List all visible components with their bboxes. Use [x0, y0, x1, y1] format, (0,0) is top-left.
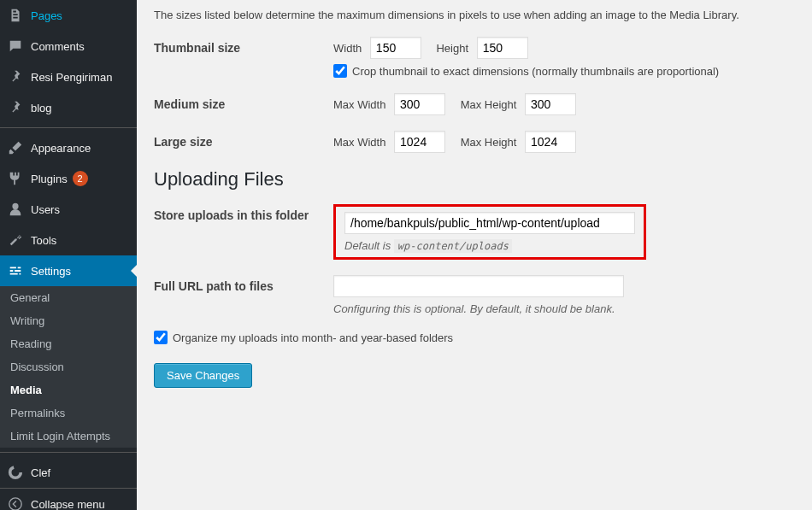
url-path-help: Configuring this is optional. By default… [333, 302, 795, 315]
upload-path-input[interactable] [344, 212, 635, 234]
height-label: Height [436, 42, 468, 55]
menu-separator [0, 452, 137, 453]
sidebar-item-label: Users [31, 203, 60, 216]
thumbnail-size-row: Thumbnail size Width Height Crop thumbna… [154, 37, 795, 78]
plug-icon [7, 170, 24, 187]
large-maxheight-input[interactable] [525, 131, 576, 153]
store-label: Store uploads in this folder [154, 204, 333, 222]
store-uploads-row: Store uploads in this folder Default is … [154, 204, 795, 260]
medium-maxheight-input[interactable] [525, 93, 576, 115]
sidebar-item-comments[interactable]: Comments [0, 31, 137, 62]
save-changes-button[interactable]: Save Changes [154, 363, 252, 388]
organize-row: Organize my uploads into month- and year… [154, 331, 795, 344]
url-path-row: Full URL path to files Configuring this … [154, 275, 795, 315]
sidebar-item-label: Plugins [31, 173, 68, 185]
main-content: The sizes listed below determine the max… [137, 0, 812, 510]
settings-submenu: General Writing Reading Discussion Media… [0, 286, 137, 448]
maxheight-label: Max Height [461, 136, 517, 149]
brush-icon [7, 139, 24, 156]
thumbnail-label: Thumbnail size [154, 37, 333, 55]
push-pin-icon [7, 68, 24, 85]
medium-maxwidth-input[interactable] [394, 93, 445, 115]
push-pin-icon [7, 99, 24, 116]
wrench-icon [7, 232, 24, 249]
collapse-label: Collapse menu [31, 498, 105, 511]
width-label: Width [333, 42, 362, 55]
medium-size-row: Medium size Max Width Max Height [154, 93, 795, 115]
collapse-icon [7, 495, 24, 510]
organize-label: Organize my uploads into month- and year… [173, 331, 453, 344]
sidebar-item-tools[interactable]: Tools [0, 225, 137, 255]
default-text: Default is wp-content/uploads [344, 239, 635, 252]
sidebar-item-resi[interactable]: Resi Pengiriman [0, 62, 137, 92]
maxwidth-label: Max Width [333, 98, 385, 111]
sidebar-item-blog[interactable]: blog [0, 92, 137, 123]
thumbnail-width-input[interactable] [370, 37, 421, 59]
sidebar-item-clef[interactable]: Clef [0, 457, 137, 488]
submenu-permalinks[interactable]: Permalinks [0, 402, 137, 425]
media-description: The sizes listed below determine the max… [154, 9, 795, 21]
svg-point-0 [10, 467, 21, 478]
submenu-limit-login[interactable]: Limit Login Attempts [0, 425, 137, 448]
sidebar-item-appearance[interactable]: Appearance [0, 132, 137, 163]
submenu-media[interactable]: Media [0, 378, 137, 402]
organize-checkbox[interactable] [154, 331, 168, 344]
admin-sidebar: Pages Comments Resi Pengiriman blog Appe… [0, 0, 137, 510]
comments-icon [7, 38, 24, 55]
sidebar-item-settings[interactable]: Settings [0, 255, 137, 286]
maxwidth-label: Max Width [333, 136, 385, 149]
sidebar-item-label: Clef [31, 466, 50, 479]
url-path-input[interactable] [333, 275, 624, 297]
svg-point-1 [9, 498, 21, 510]
large-label: Large size [154, 131, 333, 149]
menu-separator [0, 127, 137, 128]
crop-label: Crop thumbnail to exact dimensions (norm… [352, 65, 719, 78]
sliders-icon [7, 262, 24, 279]
collapse-menu[interactable]: Collapse menu [0, 489, 137, 510]
sidebar-item-label: Resi Pengiriman [31, 71, 112, 84]
crop-thumbnail-checkbox[interactable] [333, 64, 347, 78]
sidebar-item-label: blog [31, 102, 52, 114]
medium-label: Medium size [154, 93, 333, 111]
user-icon [7, 201, 24, 218]
uploading-heading: Uploading Files [154, 168, 795, 191]
clef-icon [7, 464, 24, 481]
sidebar-item-users[interactable]: Users [0, 194, 137, 225]
submenu-reading[interactable]: Reading [0, 332, 137, 355]
pages-icon [7, 7, 24, 24]
sidebar-item-label: Pages [31, 9, 62, 22]
url-path-label: Full URL path to files [154, 275, 333, 293]
plugins-badge: 2 [73, 171, 88, 186]
submenu-writing[interactable]: Writing [0, 309, 137, 332]
sidebar-item-label: Appearance [31, 142, 91, 155]
thumbnail-height-input[interactable] [477, 37, 528, 59]
maxheight-label: Max Height [461, 98, 517, 111]
submenu-discussion[interactable]: Discussion [0, 355, 137, 378]
submenu-general[interactable]: General [0, 286, 137, 309]
sidebar-item-plugins[interactable]: Plugins 2 [0, 163, 137, 194]
sidebar-item-label: Settings [31, 265, 71, 278]
default-code: wp-content/uploads [394, 239, 512, 253]
large-size-row: Large size Max Width Max Height [154, 131, 795, 153]
sidebar-item-label: Tools [31, 234, 56, 247]
large-maxwidth-input[interactable] [394, 131, 445, 153]
sidebar-item-pages[interactable]: Pages [0, 0, 137, 31]
highlighted-box: Default is wp-content/uploads [333, 204, 646, 260]
sidebar-item-label: Comments [31, 40, 85, 53]
